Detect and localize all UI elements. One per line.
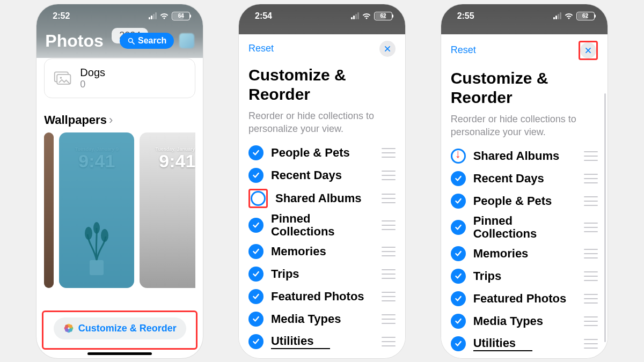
checkmark-icon bbox=[454, 197, 463, 205]
wallpapers-section[interactable]: Wallpapers › bbox=[44, 113, 195, 127]
checkmark-icon bbox=[252, 292, 260, 301]
wallpapers-row[interactable]: Tuesday, January 9 9:41 Tuesday, January… bbox=[44, 132, 195, 288]
drag-handle-icon[interactable] bbox=[584, 249, 598, 258]
collection-row[interactable]: Recent Days bbox=[451, 169, 598, 188]
checkmark-icon bbox=[454, 223, 463, 232]
status-bar: 2:55 62 bbox=[441, 4, 608, 28]
collection-row[interactable]: Media Types bbox=[248, 310, 396, 328]
collection-row[interactable]: Shared Albums bbox=[248, 189, 396, 208]
checkmark-icon bbox=[454, 249, 463, 258]
drag-handle-icon[interactable] bbox=[584, 339, 598, 349]
collection-label: Memories bbox=[473, 247, 576, 260]
reset-button[interactable]: Reset bbox=[248, 43, 274, 54]
collection-row[interactable]: Featured Photos bbox=[248, 287, 396, 306]
screenshot-1: 2:52 64 2024 Photos Search bbox=[36, 4, 203, 358]
collection-checkbox[interactable] bbox=[451, 220, 466, 235]
customize-sheet: Reset Customize & Reorder Reorder or hid… bbox=[441, 34, 608, 358]
collection-label: Trips bbox=[473, 270, 576, 283]
customize-reorder-button[interactable]: Customize & Reorder bbox=[54, 317, 186, 339]
drag-handle-icon[interactable] bbox=[382, 337, 396, 346]
drag-handle-icon[interactable] bbox=[382, 269, 396, 279]
wallpaper-thumb[interactable]: Tuesday, January 9 9:41 bbox=[140, 132, 195, 288]
collection-checkbox[interactable] bbox=[451, 314, 466, 329]
sheet-subtitle: Reorder or hide collections to personali… bbox=[451, 113, 598, 139]
collection-row[interactable]: Featured Photos bbox=[451, 290, 598, 308]
search-button[interactable]: Search bbox=[120, 33, 174, 49]
collection-checkbox[interactable] bbox=[248, 244, 264, 259]
wallpaper-thumb[interactable]: Tuesday, January 9 9:41 bbox=[59, 132, 134, 288]
collection-row[interactable]: Pinned Collections bbox=[248, 212, 396, 238]
drag-handle-icon[interactable] bbox=[584, 174, 598, 183]
drag-handle-icon[interactable] bbox=[584, 316, 598, 326]
collection-checkbox[interactable] bbox=[248, 267, 264, 282]
drag-handle-icon[interactable] bbox=[382, 247, 396, 256]
collection-checkbox[interactable] bbox=[451, 291, 466, 306]
collection-row[interactable]: Recent Days bbox=[248, 166, 396, 184]
drag-handle-icon[interactable] bbox=[584, 151, 598, 161]
home-indicator[interactable] bbox=[87, 352, 152, 355]
checkmark-icon bbox=[454, 294, 463, 303]
close-button[interactable] bbox=[379, 41, 396, 57]
checkmark-icon bbox=[252, 270, 260, 278]
collection-checkbox[interactable] bbox=[451, 269, 466, 284]
drag-handle-icon[interactable] bbox=[584, 223, 598, 232]
collection-row[interactable]: Memories bbox=[451, 245, 598, 263]
collection-checkbox[interactable] bbox=[451, 171, 466, 186]
album-card[interactable]: Dogs 0 bbox=[44, 58, 195, 98]
collection-label: Memories bbox=[271, 245, 374, 258]
drag-handle-icon[interactable] bbox=[584, 294, 598, 304]
drag-handle-icon[interactable] bbox=[382, 314, 396, 324]
scroll-indicator[interactable] bbox=[604, 93, 606, 342]
drag-handle-icon[interactable] bbox=[382, 194, 396, 203]
wifi-icon bbox=[564, 12, 574, 20]
collection-label: Featured Photos bbox=[473, 292, 576, 305]
cellular-icon bbox=[351, 12, 359, 19]
drag-handle-icon[interactable] bbox=[382, 171, 396, 180]
wifi-icon bbox=[159, 12, 169, 20]
collection-checkbox[interactable] bbox=[248, 334, 264, 349]
collection-checkbox[interactable] bbox=[248, 145, 264, 160]
collection-checkbox[interactable] bbox=[248, 218, 264, 233]
collection-row[interactable]: Utilities bbox=[451, 335, 598, 353]
collection-row[interactable]: Pinned Collections bbox=[451, 215, 598, 240]
checkmark-icon bbox=[252, 221, 260, 230]
collection-checkbox[interactable] bbox=[251, 191, 266, 206]
collection-checkbox[interactable] bbox=[451, 246, 466, 261]
collection-row[interactable]: People & Pets bbox=[451, 192, 598, 210]
collection-row[interactable]: Memories bbox=[248, 242, 396, 261]
collection-checkbox[interactable] bbox=[248, 312, 264, 327]
reset-button[interactable]: Reset bbox=[451, 45, 476, 56]
drag-handle-icon[interactable] bbox=[382, 292, 396, 301]
status-bar: 2:52 64 bbox=[36, 4, 203, 28]
cellular-icon bbox=[553, 12, 561, 19]
close-button[interactable] bbox=[580, 42, 596, 58]
collection-label: Utilities bbox=[473, 337, 576, 351]
profile-button[interactable] bbox=[179, 33, 194, 48]
collection-label: Recent Days bbox=[271, 169, 374, 182]
album-count: 0 bbox=[80, 79, 105, 90]
collection-row[interactable]: Utilities bbox=[248, 333, 396, 351]
collection-checkbox[interactable] bbox=[451, 336, 466, 351]
collection-row[interactable]: Trips bbox=[451, 267, 598, 285]
svg-point-4 bbox=[60, 77, 62, 79]
annotation-arrow: ↓ bbox=[455, 147, 461, 161]
sheet-title: Customize & Reorder bbox=[451, 69, 598, 107]
drag-handle-icon[interactable] bbox=[584, 271, 598, 281]
drag-handle-icon[interactable] bbox=[382, 220, 396, 230]
collection-row[interactable]: People & Pets bbox=[248, 144, 396, 162]
checkmark-icon bbox=[454, 339, 463, 348]
collection-checkbox[interactable] bbox=[248, 168, 264, 183]
collection-checkbox[interactable] bbox=[451, 194, 466, 209]
svg-point-16 bbox=[65, 324, 69, 328]
collection-row[interactable]: Trips bbox=[248, 265, 396, 283]
collection-row[interactable]: Shared Albums bbox=[451, 147, 598, 165]
wallpaper-thumb[interactable] bbox=[44, 132, 54, 288]
collection-row[interactable]: Media Types bbox=[451, 312, 598, 330]
drag-handle-icon[interactable] bbox=[584, 196, 598, 206]
battery-icon: 62 bbox=[576, 12, 595, 20]
collection-checkbox[interactable] bbox=[248, 289, 264, 304]
collections-list: Shared AlbumsRecent DaysPeople & PetsPin… bbox=[451, 147, 598, 353]
status-time: 2:52 bbox=[53, 11, 70, 21]
svg-point-8 bbox=[93, 222, 100, 234]
drag-handle-icon[interactable] bbox=[382, 148, 396, 158]
